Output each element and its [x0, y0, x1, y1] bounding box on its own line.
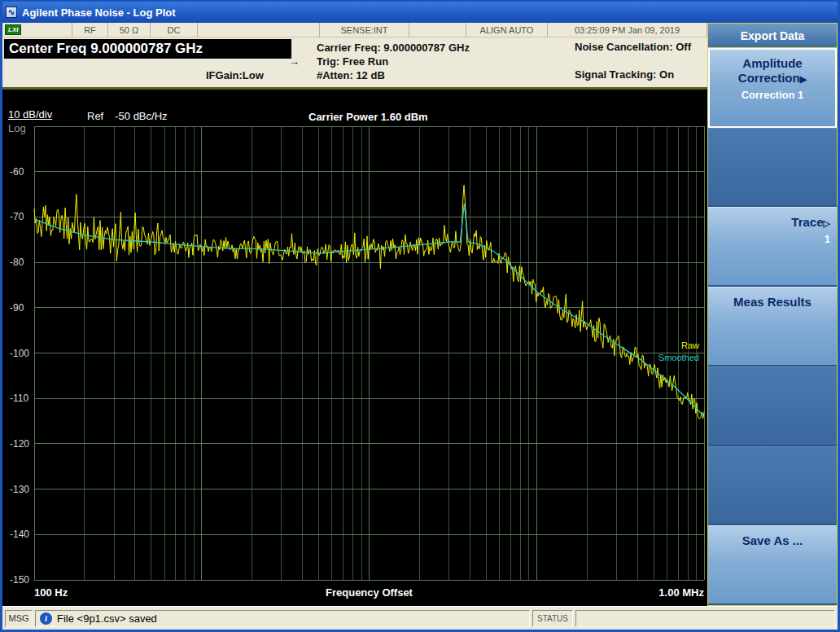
spacer [409, 23, 466, 37]
message-box: i File <9p1.csv> saved [35, 610, 530, 627]
menu-title: Export Data [707, 23, 838, 48]
svg-text:-120: -120 [10, 438, 29, 450]
svg-text:-150: -150 [10, 574, 29, 586]
lxi-icon: LXI [5, 24, 21, 35]
measurement-header: Center Freq 9.000000787 GHz IFGain:Low C… [2, 37, 707, 90]
svg-text:-60: -60 [10, 166, 24, 178]
svg-text:Raw: Raw [681, 340, 699, 350]
ref-level-display: Ref-50 dBc/Hz [87, 110, 168, 122]
svg-text:-110: -110 [10, 393, 28, 404]
softkey-value: 1 [825, 233, 830, 245]
app-icon [6, 7, 17, 18]
softkey-amplitude-correction[interactable]: Amplitude Correction▶Correction 1 [708, 48, 837, 128]
softkey-save-as[interactable]: Save As ... [708, 525, 837, 605]
scale-type-label: Log [8, 122, 26, 134]
svg-text:100 Hz: 100 Hz [34, 586, 68, 599]
softkey-menu: Export Data Amplitude Correction▶Correct… [707, 23, 838, 606]
plot-area: -60-70-80-90-100-110-120-130-140-150100 … [2, 90, 707, 606]
align-indicator: ALIGN AUTO [466, 23, 548, 37]
status-label: STATUS [532, 610, 573, 627]
softkey-value: Correction 1 [742, 89, 804, 101]
carrier-power-label: Carrier Power 1.60 dBm [308, 111, 428, 123]
sense-indicator: SENSE:INT [320, 23, 409, 37]
ref-value: -50 dBc/Hz [115, 110, 167, 122]
spacer [198, 23, 320, 37]
msg-label: MSG [5, 610, 33, 627]
svg-text:Frequency Offset: Frequency Offset [326, 586, 413, 599]
svg-text:-140: -140 [10, 529, 29, 540]
status-message: File <9p1.csv> saved [57, 612, 157, 625]
impedance-indicator: 50 Ω [108, 23, 151, 37]
status-filler [575, 610, 835, 627]
softkey-label: Amplitude Correction▶ [722, 56, 823, 86]
atten-label: #Atten: 12 dB [317, 68, 470, 82]
center-freq-display: Center Freq 9.000000787 GHz [4, 39, 291, 59]
right-arrow-icon [289, 55, 300, 68]
select-arrow-icon: ▷ [824, 218, 830, 228]
softkey-label: Trace▷ [791, 215, 830, 230]
softkey-list: Amplitude Correction▶Correction 1Trace▷1… [707, 48, 838, 606]
softkey-meas-results[interactable]: Meas Results [708, 287, 837, 366]
submenu-arrow-icon: ▶ [800, 74, 807, 84]
softkey-blank-5 [708, 446, 837, 526]
ifgain-label: IFGain:Low [206, 69, 264, 81]
title-bar[interactable]: Agilent Phase Noise - Log Plot [2, 2, 838, 23]
noise-cancellation-label: Noise Cancellation: Off [575, 41, 691, 53]
coupling-indicator: DC [151, 23, 198, 37]
svg-text:-130: -130 [10, 484, 29, 495]
svg-text:Smoothed: Smoothed [658, 353, 699, 362]
instrument-status-bar: LXI RF 50 Ω DC SENSE:INT ALIGN AUTO 03:2… [2, 23, 707, 37]
softkey-blank-1 [708, 128, 837, 208]
datetime-display: 03:25:09 PM Jan 09, 2019 [548, 23, 707, 37]
svg-text:1.00 MHz: 1.00 MHz [658, 586, 704, 599]
trigger-label: Trig: Free Run [317, 55, 470, 68]
instrument-window: Agilent Phase Noise - Log Plot LXI RF 50… [0, 0, 840, 632]
softkey-blank-4 [708, 366, 837, 446]
lxi-cell: LXI [2, 23, 72, 37]
signal-tracking-label: Signal Tracking: On [575, 68, 674, 81]
softkey-trace[interactable]: Trace▷1 [708, 207, 837, 287]
phase-noise-chart: -60-70-80-90-100-110-120-130-140-150100 … [2, 90, 707, 606]
measurement-settings: Carrier Freq: 9.000000787 GHz Trig: Free… [317, 41, 470, 82]
window-title: Agilent Phase Noise - Log Plot [22, 7, 176, 19]
info-icon: i [40, 612, 52, 625]
status-bar: MSG i File <9p1.csv> saved STATUS [2, 606, 838, 630]
softkey-label: Save As ... [742, 533, 803, 548]
svg-text:-70: -70 [10, 211, 24, 222]
ref-label: Ref [87, 110, 103, 122]
softkey-label: Meas Results [733, 295, 812, 309]
svg-text:-100: -100 [10, 348, 29, 359]
svg-text:-90: -90 [10, 302, 24, 314]
svg-text:-80: -80 [10, 257, 24, 268]
rf-indicator: RF [72, 23, 108, 37]
carrier-freq-label: Carrier Freq: 9.000000787 GHz [317, 41, 470, 55]
scale-per-div-label: 10 dB/div [8, 108, 52, 121]
